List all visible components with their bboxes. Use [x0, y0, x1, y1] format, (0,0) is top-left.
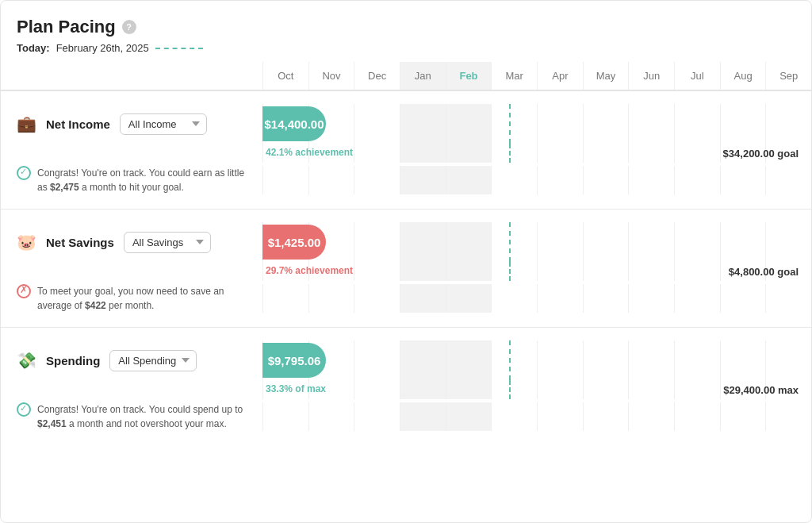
spending-icon: 💸 — [17, 351, 36, 370]
month-apr: Apr — [537, 62, 583, 90]
spending-msg-right — [262, 402, 811, 431]
today-label: Today: — [17, 42, 50, 54]
month-jan: Jan — [400, 62, 446, 90]
spending-message: Congrats! You're on track. You could spe… — [37, 402, 247, 431]
net-income-row1: 💼 Net Income All Income — [1, 91, 811, 144]
net-income-message: Congrats! You're on track. You could ear… — [37, 166, 247, 194]
net-income-row3: Congrats! You're on track. You could ear… — [1, 166, 811, 209]
title-row: Plan Pacing ? — [17, 17, 795, 37]
bg-aug — [720, 104, 766, 144]
month-may: May — [583, 62, 629, 90]
spending-bar: $9,795.06 — [262, 343, 326, 378]
net-income-ach-right: 42.1% achievement $34,200.00 goal — [262, 144, 811, 163]
net-income-section: 💼 Net Income All Income — [1, 90, 811, 209]
header-spacer — [1, 62, 262, 90]
net-savings-message: To meet your goal, you now need to save … — [37, 284, 247, 313]
month-oct: Oct — [262, 62, 308, 90]
today-date: February 26th, 2025 — [56, 42, 149, 54]
month-feb: Feb — [446, 62, 492, 90]
net-savings-row1: 🐷 Net Savings All Savings — [1, 210, 811, 262]
net-savings-bar-area: $1,425.00 — [262, 222, 811, 262]
feb-dashed-line-6 — [509, 380, 511, 399]
net-savings-section: 🐷 Net Savings All Savings — [1, 209, 811, 327]
spending-bar-area: $9,795.06 — [262, 340, 811, 380]
bg-apr — [537, 104, 583, 144]
month-headers: Oct Nov Dec Jan Feb Mar Apr May Jun Jul … — [262, 62, 811, 90]
month-aug: Aug — [720, 62, 766, 90]
net-income-status-icon — [17, 166, 31, 180]
net-income-title-area: 💼 Net Income All Income — [1, 113, 262, 135]
net-savings-row3: To meet your goal, you now need to save … — [1, 284, 811, 327]
net-income-goal: $34,200.00 goal — [723, 148, 811, 160]
header: Plan Pacing ? Today: February 26th, 2025 — [1, 17, 811, 62]
month-header-row: Oct Nov Dec Jan Feb Mar Apr May Jun Jul … — [1, 62, 811, 90]
net-income-amount: $14,400.00 — [264, 117, 324, 131]
spending-msg-left: Congrats! You're on track. You could spe… — [1, 402, 262, 431]
spending-section: 💸 Spending All Spending — [1, 327, 811, 445]
feb-dashed-line-4 — [509, 262, 511, 281]
net-savings-amount: $1,425.00 — [268, 236, 321, 249]
net-savings-row2: 29.7% achievement $4,800.00 goal — [1, 262, 811, 284]
month-mar: Mar — [491, 62, 537, 90]
bg-feb — [446, 104, 492, 144]
net-savings-bar-wrap: $1,425.00 — [262, 225, 326, 260]
month-dec: Dec — [354, 62, 400, 90]
spending-label: Spending — [46, 354, 100, 367]
net-savings-msg-right — [262, 284, 811, 313]
net-income-bar: $14,400.00 — [262, 106, 326, 141]
net-savings-title-area: 🐷 Net Savings All Savings — [1, 232, 262, 253]
bg-jun — [628, 104, 674, 144]
net-savings-bar: $1,425.00 — [262, 225, 326, 260]
spending-status-icon — [17, 402, 31, 417]
month-sep: Sep — [765, 62, 811, 90]
spending-ach-right: 33.3% of max $29,400.00 max — [262, 380, 811, 399]
plan-pacing-container: Plan Pacing ? Today: February 26th, 2025… — [0, 0, 812, 523]
page-title: Plan Pacing — [17, 17, 116, 37]
net-income-ach-left — [1, 144, 262, 163]
spending-row1: 💸 Spending All Spending — [1, 328, 811, 380]
net-savings-dropdown[interactable]: All Savings — [124, 232, 211, 253]
net-savings-icon: 🐷 — [17, 233, 36, 252]
net-savings-ach-right: 29.7% achievement $4,800.00 goal — [262, 262, 811, 281]
net-income-msg-right — [262, 166, 811, 194]
net-savings-msg-left: To meet your goal, you now need to save … — [1, 284, 262, 313]
net-savings-achievement: 29.7% achievement — [262, 262, 353, 281]
help-icon[interactable]: ? — [122, 20, 136, 34]
spending-row3: Congrats! You're on track. You could spe… — [1, 402, 811, 445]
net-savings-status-icon — [17, 284, 31, 298]
feb-dashed-line-2 — [509, 144, 511, 163]
net-savings-goal: $4,800.00 goal — [729, 266, 811, 278]
net-income-achievement: 42.1% achievement — [262, 144, 353, 163]
spending-goal: $29,400.00 max — [723, 384, 811, 396]
spending-amount: $9,795.06 — [268, 354, 321, 367]
spending-dropdown[interactable]: All Spending — [109, 350, 197, 371]
net-income-dropdown[interactable]: All Income — [120, 113, 207, 135]
spending-title-area: 💸 Spending All Spending — [1, 350, 262, 371]
month-jun: Jun — [628, 62, 674, 90]
month-jul: Jul — [674, 62, 720, 90]
net-income-msg-left: Congrats! You're on track. You could ear… — [1, 166, 262, 194]
net-income-month-bg — [262, 104, 811, 144]
dashed-line — [155, 48, 203, 49]
month-nov: Nov — [308, 62, 354, 90]
bg-jan — [400, 104, 446, 144]
spending-achievement: 33.3% of max — [262, 380, 326, 399]
net-income-bar-area: $14,400.00 — [262, 104, 811, 144]
bg-may — [583, 104, 629, 144]
bg-mar — [491, 104, 537, 144]
bg-jul — [674, 104, 720, 144]
net-income-icon: 💼 — [17, 114, 36, 133]
net-income-bar-wrap: $14,400.00 — [262, 106, 326, 141]
main-grid: Oct Nov Dec Jan Feb Mar Apr May Jun Jul … — [1, 62, 811, 445]
net-income-label: Net Income — [46, 117, 110, 131]
bg-sep — [765, 104, 811, 144]
net-income-row2: 42.1% achievement $34,200.00 goal — [1, 144, 811, 166]
net-savings-label: Net Savings — [46, 236, 114, 249]
bg-dec — [354, 104, 400, 144]
today-row: Today: February 26th, 2025 — [17, 42, 795, 54]
spending-bar-wrap: $9,795.06 — [262, 343, 326, 378]
spending-row2: 33.3% of max $29,400.00 max — [1, 380, 811, 402]
